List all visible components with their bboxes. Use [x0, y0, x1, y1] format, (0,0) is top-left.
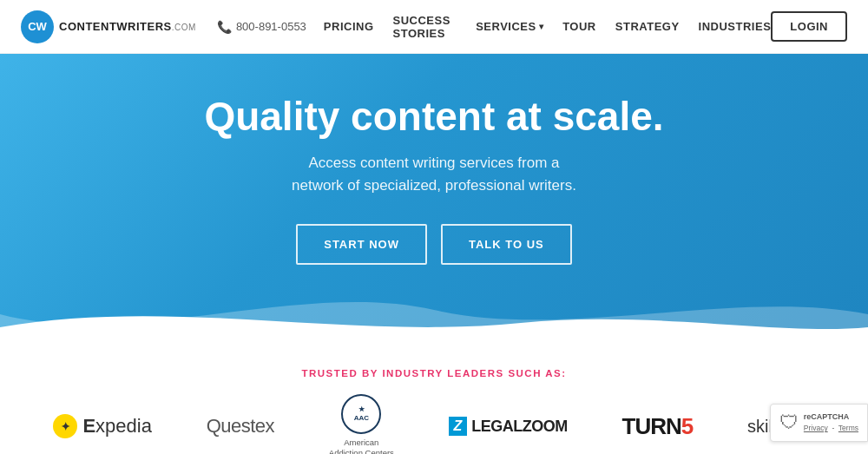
questex-logo: Questex — [207, 415, 274, 438]
navbar: CW CONTENTWRITERS.com 📞 800-891-0553 PRI… — [0, 0, 868, 54]
turn5-wordmark: TURN5 — [622, 413, 694, 440]
wave-decoration — [0, 280, 868, 349]
legalzoom-icon: Z — [449, 417, 468, 436]
hero-subtitle: Access content writing services from a n… — [292, 152, 576, 196]
logo-circle: CW — [21, 10, 54, 43]
logo-link[interactable]: CW CONTENTWRITERS.com — [21, 10, 196, 43]
turn5-logo: TURN5 — [622, 413, 694, 440]
recaptcha-privacy-link[interactable]: Privacy — [804, 424, 828, 432]
recaptcha-label: reCAPTCHA — [804, 411, 858, 424]
questex-wordmark: Questex — [207, 415, 274, 438]
aac-name: AmericanAddiction Centers — [329, 438, 394, 454]
login-button[interactable]: LOGIN — [771, 11, 847, 42]
aac-logo: ★AAC AmericanAddiction Centers — [329, 394, 394, 454]
hero-title: Quality content at scale. — [204, 95, 663, 139]
legalzoom-logo: Z LEGALZOOM — [449, 417, 568, 436]
nav-success-stories[interactable]: SUCCESS STORIES — [393, 14, 457, 40]
hero-buttons: START NOW TALK TO US — [296, 224, 572, 265]
nav-industries[interactable]: INDUSTRIES — [699, 20, 772, 33]
recaptcha-links: Privacy - Terms — [804, 423, 858, 434]
nav-pricing[interactable]: PRICING — [324, 20, 374, 33]
trust-label: TRUSTED BY INDUSTRY LEADERS SUCH AS: — [35, 368, 833, 378]
nav-strategy[interactable]: STRATEGY — [615, 20, 680, 33]
legalzoom-wordmark: LEGALZOOM — [471, 418, 568, 436]
nav-services[interactable]: SERVICES ▾ — [476, 20, 543, 33]
recaptcha-badge: 🛡 reCAPTCHA Privacy - Terms — [770, 404, 868, 442]
phone-number: 800-891-0553 — [236, 20, 306, 33]
nav-links: PRICING SUCCESS STORIES SERVICES ▾ TOUR … — [324, 14, 771, 40]
hero-section: Quality content at scale. Access content… — [0, 54, 868, 349]
expedia-icon: ✦ — [53, 414, 77, 438]
recaptcha-info: reCAPTCHA Privacy - Terms — [804, 411, 858, 434]
brand-logos-row: ✦ Expedia Questex ★AAC AmericanAddiction… — [35, 394, 833, 454]
start-now-button[interactable]: START NOW — [296, 224, 427, 265]
expedia-logo: ✦ Expedia — [53, 414, 152, 438]
expedia-wordmark: Expedia — [82, 415, 152, 438]
phone-icon: 📞 — [217, 20, 232, 34]
services-dropdown-arrow: ▾ — [539, 22, 544, 31]
trust-section: TRUSTED BY INDUSTRY LEADERS SUCH AS: ✦ E… — [0, 349, 868, 454]
aac-circle-icon: ★AAC — [341, 394, 381, 434]
nav-tour[interactable]: TOUR — [562, 20, 596, 33]
recaptcha-logo: 🛡 — [779, 411, 799, 434]
talk-to-us-button[interactable]: TALK TO US — [441, 224, 572, 265]
recaptcha-terms-link[interactable]: Terms — [838, 424, 858, 432]
phone-area: 📞 800-891-0553 — [217, 20, 306, 34]
logo-wordmark: CONTENTWRITERS.com — [59, 20, 196, 33]
